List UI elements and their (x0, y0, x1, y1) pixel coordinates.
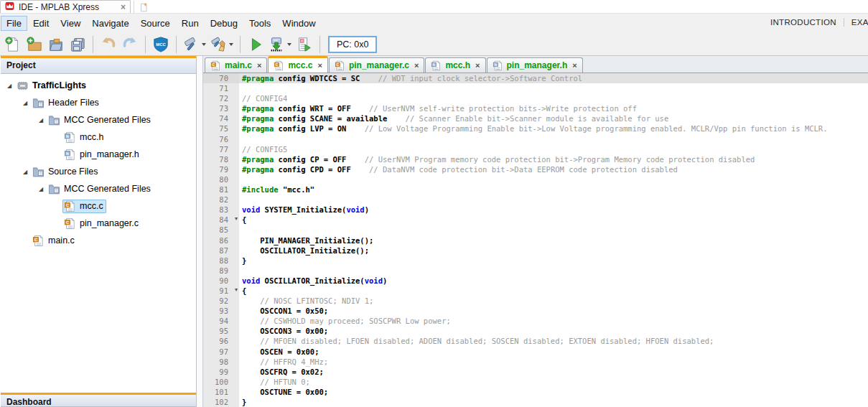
save-all-button[interactable] (67, 34, 88, 55)
tree-item-mcc.h[interactable]: hmcc.h (1, 128, 196, 146)
undo-button[interactable] (98, 34, 118, 55)
menu-tools[interactable]: Tools (243, 16, 276, 31)
line-number: 99 (203, 367, 239, 377)
line-number: 92 (203, 296, 239, 306)
editor-tab-pin_manager.h[interactable]: hpin_manager.h× (487, 57, 583, 72)
code-fold-icon[interactable]: ▾ (235, 214, 238, 224)
tab-close-icon[interactable]: × (572, 61, 577, 70)
line-number: 87 (203, 245, 239, 256)
dashboard-panel-header[interactable]: Dashboard (1, 393, 196, 407)
tab-close-icon[interactable]: × (475, 61, 480, 70)
code-editor[interactable]: 70#pragma config WDTCCS = SC // WDT inpu… (203, 73, 868, 407)
code-line-102: 102} (203, 397, 868, 407)
panel-splitter[interactable] (197, 56, 202, 407)
tree-item-mcc.c[interactable]: Cmcc.c (1, 197, 196, 215)
code-line-87: 87 OSCILLATOR_Initialize(); (203, 245, 868, 256)
tree-item-header-files[interactable]: ◢Header Files (1, 94, 196, 111)
menu-debug[interactable]: Debug (205, 16, 243, 31)
svg-text:C: C (336, 62, 339, 66)
code-line-85: 85 (203, 225, 868, 235)
tree-item-pin-manager.h[interactable]: hpin_manager.h (1, 146, 196, 163)
pc-status-box: PC: 0x0 (328, 36, 377, 53)
code-text: { (239, 215, 246, 225)
tree-item-trafficlights[interactable]: ◢TrafficLights (1, 77, 196, 94)
tab-close-icon[interactable]: × (414, 61, 419, 70)
menu-window[interactable]: Window (276, 16, 321, 31)
tree-item-mcc-generated-files[interactable]: ◢MCC Generated Files (1, 111, 196, 128)
open-project-button[interactable] (46, 34, 66, 55)
line-number: 100 (203, 377, 239, 387)
browser-tab[interactable]: IDE - MPLAB Xpress × (0, 0, 131, 13)
code-text: // HFFRQ 4_MHz; (239, 357, 328, 367)
tree-item-label: MCC Generated Files (64, 184, 151, 194)
tree-item-source-files[interactable]: ◢Source Files (1, 163, 196, 180)
clean-build-button[interactable] (209, 34, 235, 55)
tree-item-main.c[interactable]: Cmain.c (1, 232, 196, 249)
editor-tab-mcc.h[interactable]: hmcc.h× (425, 57, 485, 72)
mcc-button[interactable]: MCC (151, 34, 171, 55)
expand-toggle-icon[interactable]: ◢ (5, 83, 14, 89)
editor-tab-main.c[interactable]: Cmain.c× (205, 57, 267, 72)
new-file-icon (5, 37, 21, 52)
undo-icon (101, 37, 116, 52)
menu-link-examples[interactable]: EXAMPLES (844, 18, 868, 27)
redo-icon (122, 37, 138, 52)
browser-tab-close-icon[interactable]: × (121, 2, 126, 12)
tab-close-icon[interactable]: × (317, 61, 322, 70)
run-button[interactable] (246, 34, 266, 55)
tree-item-label: Source Files (48, 167, 98, 177)
editor-tab-label: main.c (225, 60, 252, 70)
new-project-button[interactable] (24, 34, 45, 55)
expand-toggle-icon[interactable]: ◢ (21, 169, 29, 175)
menu-link-introduction[interactable]: INTRODUCTION (763, 18, 844, 27)
menu-navigate[interactable]: Navigate (86, 16, 134, 31)
expand-toggle-icon[interactable]: ◢ (37, 186, 45, 192)
program-device-button[interactable] (267, 34, 293, 55)
expand-toggle-icon[interactable]: ◢ (21, 100, 29, 106)
code-text: #pragma config CP = OFF // UserNVM Progr… (239, 154, 755, 164)
tree-item-pin-manager.c[interactable]: Cpin_manager.c (1, 215, 196, 232)
redo-button[interactable] (120, 34, 140, 55)
toolbar-separator (176, 36, 177, 53)
code-line-73: 73#pragma config WRT = OFF // UserNVM se… (203, 103, 868, 113)
open-project-icon (48, 37, 64, 52)
project-panel-header[interactable]: Project (1, 56, 196, 74)
menu-source[interactable]: Source (135, 16, 176, 31)
code-text: // MFOEN disabled; LFOEN disabled; ADOEN… (239, 336, 714, 346)
line-number: 85 (203, 225, 239, 235)
new-tab-button[interactable] (134, 1, 152, 13)
svg-text:h: h (66, 134, 69, 138)
toolbar-separator (319, 36, 320, 53)
line-number: 102 (203, 397, 239, 407)
editor-tab-mcc.c[interactable]: Cmcc.c× (268, 56, 327, 72)
tab-close-icon[interactable]: × (257, 61, 261, 70)
code-fold-icon[interactable]: ▾ (235, 285, 238, 295)
code-line-84: 84▾{ (203, 215, 868, 225)
tree-item-label: Header Files (48, 98, 99, 108)
dropdown-arrow-icon[interactable] (229, 43, 233, 46)
code-line-81: 81#include "mcc.h" (203, 184, 868, 195)
code-text (239, 83, 242, 93)
menu-edit[interactable]: Edit (27, 16, 55, 31)
menu-file[interactable]: File (1, 16, 27, 31)
dropdown-arrow-icon[interactable] (202, 43, 206, 46)
new-file-button[interactable] (3, 34, 23, 55)
line-number: 70 (203, 73, 239, 83)
line-number: 96 (203, 336, 239, 346)
expand-toggle-icon[interactable]: ◢ (37, 117, 45, 123)
code-text: // CONFIG5 (239, 144, 287, 154)
project-tree[interactable]: ◢TrafficLights◢Header Files◢MCC Generate… (1, 74, 196, 393)
tree-item-mcc-generated-files[interactable]: ◢MCC Generated Files (1, 180, 196, 197)
line-number: 79 (203, 164, 239, 174)
dropdown-arrow-icon[interactable] (287, 43, 291, 46)
toolbar-separator (145, 36, 146, 53)
line-number: 95 (203, 326, 239, 336)
debug-button[interactable] (294, 34, 314, 55)
code-line-77: 77// CONFIG5 (203, 144, 868, 154)
debug-icon (297, 37, 312, 52)
editor-tab-pin_manager.c[interactable]: Cpin_manager.c× (329, 57, 424, 72)
menu-run[interactable]: Run (176, 16, 205, 31)
build-button[interactable] (182, 34, 207, 55)
menu-view[interactable]: View (55, 16, 86, 31)
code-text: PIN_MANAGER_Initialize(); (239, 235, 373, 245)
